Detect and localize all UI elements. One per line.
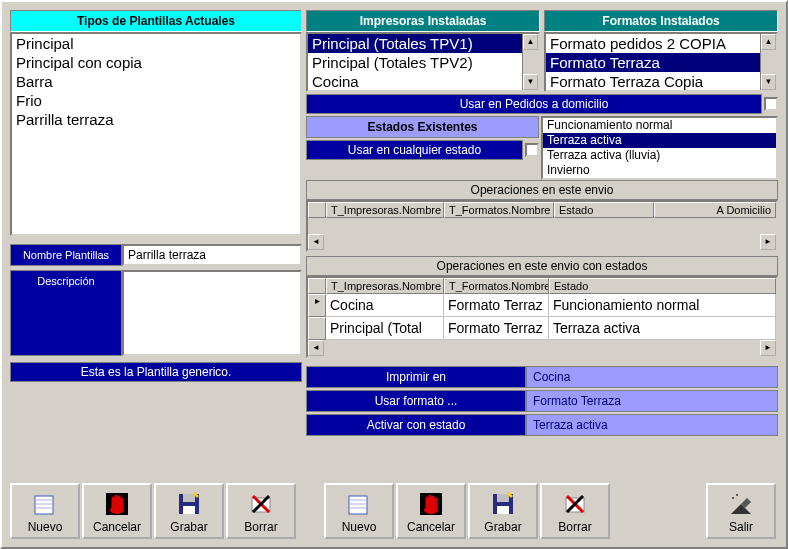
borrar-button-2[interactable]: Borrar [540, 483, 610, 539]
new-icon [31, 490, 59, 518]
usar-pedidos-checkbox[interactable] [764, 97, 778, 111]
svg-marker-26 [731, 504, 751, 514]
svg-point-5 [110, 506, 124, 514]
nuevo-button-2[interactable]: Nuevo [324, 483, 394, 539]
formatos-list[interactable]: Formato pedidos 2 COPIA Formato Terraza … [544, 32, 778, 92]
col-header[interactable]: T_Impresoras.Nombre [326, 278, 444, 294]
list-item[interactable]: Frio [12, 91, 300, 110]
scroll-down-icon[interactable]: ▼ [761, 74, 776, 90]
table-row[interactable]: Principal (Total Formato Terraz Terraza … [308, 317, 776, 340]
save-icon [489, 490, 517, 518]
usar-cualquier-estado-checkbox[interactable] [525, 143, 539, 157]
estados-list[interactable]: Funcionamiento normal Terraza activa Ter… [541, 116, 778, 180]
borrar-button[interactable]: Borrar [226, 483, 296, 539]
exit-icon [727, 490, 755, 518]
estados-existentes-header: Estados Existentes [306, 116, 539, 138]
svg-point-18 [424, 506, 438, 514]
col-header[interactable]: Estado [549, 278, 776, 294]
list-item[interactable]: Funcionamiento normal [543, 118, 776, 133]
list-item[interactable]: Formato Terraza Copia [546, 72, 776, 91]
col-header[interactable]: Estado [554, 202, 654, 218]
header-plantillas: Tipos de Plantillas Actuales [10, 10, 302, 32]
nuevo-button[interactable]: Nuevo [10, 483, 80, 539]
usar-formato-value: Formato Terraza [526, 390, 778, 412]
list-item[interactable]: Terraza activa [543, 133, 776, 148]
svg-rect-21 [497, 506, 509, 514]
usar-formato-label: Usar formato ... [306, 390, 526, 412]
svg-rect-8 [183, 506, 195, 514]
button-label: Borrar [244, 520, 277, 534]
grabar-button-2[interactable]: Grabar [468, 483, 538, 539]
cell: Funcionamiento normal [549, 294, 776, 317]
grid2[interactable]: T_Impresoras.Nombre T_Formatos.Nombre Es… [306, 276, 778, 358]
list-item[interactable]: Invierno [543, 163, 776, 178]
scrollbar[interactable]: ▲ ▼ [760, 34, 776, 90]
plantilla-generico-label: Esta es la Plantilla generico. [10, 362, 302, 382]
list-item[interactable]: Parrilla terraza [12, 110, 300, 129]
scrollbar[interactable]: ▲ ▼ [522, 34, 538, 90]
list-item[interactable]: Terraza activa (lluvia) [543, 148, 776, 163]
button-label: Grabar [484, 520, 521, 534]
cancelar-button[interactable]: Cancelar [82, 483, 152, 539]
usar-pedidos-bar: Usar en Pedidos a domicilio [306, 94, 762, 114]
imprimir-en-value: Cocina [526, 366, 778, 388]
svg-rect-13 [349, 496, 367, 514]
col-header[interactable]: T_Formatos.Nombre [444, 278, 549, 294]
activar-estado-value: Terraza activa [526, 414, 778, 436]
plantillas-list[interactable]: Principal Principal con copia Barra Frio… [10, 32, 302, 236]
svg-rect-0 [35, 496, 53, 514]
col-header[interactable]: T_Impresoras.Nombre [326, 202, 444, 218]
list-item[interactable]: Principal (Totales TPV2) [308, 53, 538, 72]
button-label: Borrar [558, 520, 591, 534]
cell: Terraza activa [549, 317, 776, 340]
cell: Formato Terraz [444, 294, 549, 317]
grabar-button[interactable]: Grabar [154, 483, 224, 539]
cancelar-button-2[interactable]: Cancelar [396, 483, 466, 539]
table-row[interactable]: ▸ Cocina Formato Terraz Funcionamiento n… [308, 294, 776, 317]
col-header[interactable]: T_Formatos.Nombre [444, 202, 554, 218]
list-item[interactable]: Principal (Totales TPV1) [308, 34, 538, 53]
usar-cualquier-estado-bar: Usar en cualquier estado [306, 140, 523, 160]
scroll-left-icon[interactable]: ◄ [308, 340, 324, 356]
col-header[interactable]: A Domicilio [654, 202, 776, 218]
grid1[interactable]: T_Impresoras.Nombre T_Formatos.Nombre Es… [306, 200, 778, 252]
activar-estado-label: Activar con estado [306, 414, 526, 436]
list-item[interactable]: Principal [12, 34, 300, 53]
descripcion-input[interactable] [122, 270, 302, 356]
button-label: Nuevo [28, 520, 63, 534]
nombre-plantillas-label: Nombre Plantillas [10, 244, 122, 266]
svg-rect-20 [497, 494, 509, 502]
cell: Formato Terraz [444, 317, 549, 340]
impresoras-list[interactable]: Principal (Totales TPV1) Principal (Tota… [306, 32, 540, 92]
salir-button[interactable]: Salir [706, 483, 776, 539]
grid1-title: Operaciones en este envio [306, 180, 778, 200]
scroll-left-icon[interactable]: ◄ [308, 234, 324, 250]
list-item[interactable]: Formato pedidos 2 COPIA [546, 34, 776, 53]
nombre-plantillas-input[interactable] [122, 244, 302, 266]
grid2-title: Operaciones en este envio con estados [306, 256, 778, 276]
svg-point-28 [732, 497, 734, 499]
list-item[interactable]: Cocina [308, 72, 538, 91]
button-label: Grabar [170, 520, 207, 534]
list-item[interactable]: Barra [12, 72, 300, 91]
svg-point-29 [736, 494, 738, 496]
descripcion-label: Descripción [10, 270, 122, 356]
button-label: Salir [729, 520, 753, 534]
list-item[interactable]: Principal con copia [12, 53, 300, 72]
stop-hand-icon [103, 490, 131, 518]
header-formatos: Formatos Instalados [544, 10, 778, 32]
button-label: Nuevo [342, 520, 377, 534]
scroll-up-icon[interactable]: ▲ [761, 34, 776, 50]
new-icon [345, 490, 373, 518]
scroll-down-icon[interactable]: ▼ [523, 74, 538, 90]
scroll-up-icon[interactable]: ▲ [523, 34, 538, 50]
scroll-right-icon[interactable]: ► [760, 340, 776, 356]
stop-hand-icon [417, 490, 445, 518]
button-label: Cancelar [93, 520, 141, 534]
cell: Cocina [326, 294, 444, 317]
imprimir-en-label: Imprimir en [306, 366, 526, 388]
list-item[interactable]: Formato Terraza [546, 53, 776, 72]
button-label: Cancelar [407, 520, 455, 534]
scroll-right-icon[interactable]: ► [760, 234, 776, 250]
delete-icon [247, 490, 275, 518]
